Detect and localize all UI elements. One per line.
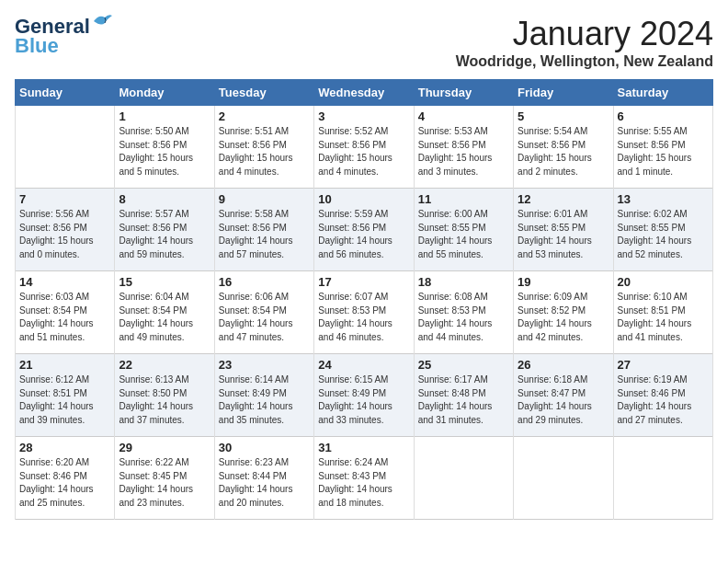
day-number: 4 bbox=[418, 109, 509, 123]
day-number: 7 bbox=[19, 192, 110, 206]
day-number: 31 bbox=[318, 441, 409, 454]
calendar-cell: 22Sunrise: 6:13 AMSunset: 8:50 PMDayligh… bbox=[115, 354, 214, 437]
header-saturday: Saturday bbox=[613, 80, 712, 106]
day-info: Sunrise: 5:50 AMSunset: 8:56 PMDaylight:… bbox=[119, 125, 210, 178]
calendar-cell: 18Sunrise: 6:08 AMSunset: 8:53 PMDayligh… bbox=[414, 271, 513, 354]
day-info: Sunrise: 6:14 AMSunset: 8:49 PMDaylight:… bbox=[219, 373, 310, 427]
calendar-cell bbox=[613, 437, 712, 520]
day-info: Sunrise: 5:54 AMSunset: 8:56 PMDaylight:… bbox=[518, 125, 609, 178]
day-info: Sunrise: 5:52 AMSunset: 8:56 PMDaylight:… bbox=[318, 125, 409, 178]
calendar-cell bbox=[16, 106, 115, 189]
calendar-cell bbox=[514, 437, 613, 520]
day-number: 14 bbox=[19, 275, 110, 289]
header-monday: Monday bbox=[115, 80, 214, 106]
calendar-cell: 13Sunrise: 6:02 AMSunset: 8:55 PMDayligh… bbox=[613, 189, 712, 271]
calendar-cell: 11Sunrise: 6:00 AMSunset: 8:55 PMDayligh… bbox=[414, 189, 513, 271]
day-info: Sunrise: 6:22 AMSunset: 8:45 PMDaylight:… bbox=[119, 456, 210, 510]
calendar-cell: 14Sunrise: 6:03 AMSunset: 8:54 PMDayligh… bbox=[16, 271, 115, 354]
day-number: 6 bbox=[618, 109, 709, 123]
calendar-cell: 15Sunrise: 6:04 AMSunset: 8:54 PMDayligh… bbox=[115, 271, 214, 354]
calendar-cell: 16Sunrise: 6:06 AMSunset: 8:54 PMDayligh… bbox=[214, 271, 313, 354]
header-friday: Friday bbox=[514, 80, 613, 106]
day-number: 29 bbox=[119, 441, 210, 454]
day-info: Sunrise: 5:57 AMSunset: 8:56 PMDaylight:… bbox=[119, 208, 210, 261]
logo: General Blue bbox=[15, 15, 112, 58]
calendar-cell: 24Sunrise: 6:15 AMSunset: 8:49 PMDayligh… bbox=[314, 354, 414, 437]
day-number: 28 bbox=[19, 441, 110, 454]
calendar-week-row: 28Sunrise: 6:20 AMSunset: 8:46 PMDayligh… bbox=[16, 437, 713, 520]
day-info: Sunrise: 6:02 AMSunset: 8:55 PMDaylight:… bbox=[618, 208, 709, 261]
day-info: Sunrise: 6:00 AMSunset: 8:55 PMDaylight:… bbox=[418, 208, 509, 261]
day-number: 2 bbox=[219, 109, 310, 123]
calendar-table: SundayMondayTuesdayWednesdayThursdayFrid… bbox=[15, 79, 713, 520]
day-number: 11 bbox=[418, 192, 509, 206]
header-sunday: Sunday bbox=[16, 80, 115, 106]
calendar-cell: 29Sunrise: 6:22 AMSunset: 8:45 PMDayligh… bbox=[115, 437, 214, 520]
day-info: Sunrise: 6:07 AMSunset: 8:53 PMDaylight:… bbox=[318, 291, 409, 344]
calendar-cell: 28Sunrise: 6:20 AMSunset: 8:46 PMDayligh… bbox=[16, 437, 115, 520]
calendar-cell: 31Sunrise: 6:24 AMSunset: 8:43 PMDayligh… bbox=[314, 437, 414, 520]
day-info: Sunrise: 6:23 AMSunset: 8:44 PMDaylight:… bbox=[219, 456, 310, 510]
day-info: Sunrise: 6:08 AMSunset: 8:53 PMDaylight:… bbox=[418, 291, 509, 344]
day-info: Sunrise: 6:15 AMSunset: 8:49 PMDaylight:… bbox=[318, 373, 409, 427]
calendar-week-row: 7Sunrise: 5:56 AMSunset: 8:56 PMDaylight… bbox=[16, 189, 713, 271]
calendar-cell: 27Sunrise: 6:19 AMSunset: 8:46 PMDayligh… bbox=[613, 354, 712, 437]
day-number: 30 bbox=[219, 441, 310, 454]
day-info: Sunrise: 6:04 AMSunset: 8:54 PMDaylight:… bbox=[119, 291, 210, 344]
calendar-cell: 6Sunrise: 5:55 AMSunset: 8:56 PMDaylight… bbox=[613, 106, 712, 189]
calendar-cell: 9Sunrise: 5:58 AMSunset: 8:56 PMDaylight… bbox=[214, 189, 313, 271]
calendar-cell: 20Sunrise: 6:10 AMSunset: 8:51 PMDayligh… bbox=[613, 271, 712, 354]
day-info: Sunrise: 5:58 AMSunset: 8:56 PMDaylight:… bbox=[219, 208, 310, 261]
calendar-cell: 4Sunrise: 5:53 AMSunset: 8:56 PMDaylight… bbox=[414, 106, 513, 189]
day-info: Sunrise: 5:53 AMSunset: 8:56 PMDaylight:… bbox=[418, 125, 509, 178]
logo-blue: Blue bbox=[15, 34, 59, 58]
calendar-cell: 3Sunrise: 5:52 AMSunset: 8:56 PMDaylight… bbox=[314, 106, 414, 189]
day-number: 18 bbox=[418, 275, 509, 289]
day-number: 15 bbox=[119, 275, 210, 289]
calendar-week-row: 1Sunrise: 5:50 AMSunset: 8:56 PMDaylight… bbox=[16, 106, 713, 189]
day-number: 23 bbox=[219, 358, 310, 372]
day-info: Sunrise: 6:18 AMSunset: 8:47 PMDaylight:… bbox=[518, 373, 609, 427]
day-number: 8 bbox=[119, 192, 210, 206]
calendar-cell: 23Sunrise: 6:14 AMSunset: 8:49 PMDayligh… bbox=[214, 354, 313, 437]
calendar-cell: 7Sunrise: 5:56 AMSunset: 8:56 PMDaylight… bbox=[16, 189, 115, 271]
calendar-cell bbox=[414, 437, 513, 520]
day-info: Sunrise: 6:20 AMSunset: 8:46 PMDaylight:… bbox=[19, 456, 110, 510]
header-wednesday: Wednesday bbox=[314, 80, 414, 106]
day-info: Sunrise: 6:13 AMSunset: 8:50 PMDaylight:… bbox=[119, 373, 210, 427]
day-number: 21 bbox=[19, 358, 110, 372]
calendar-week-row: 21Sunrise: 6:12 AMSunset: 8:51 PMDayligh… bbox=[16, 354, 713, 437]
day-info: Sunrise: 6:19 AMSunset: 8:46 PMDaylight:… bbox=[618, 373, 709, 427]
day-info: Sunrise: 5:56 AMSunset: 8:56 PMDaylight:… bbox=[19, 208, 110, 261]
day-info: Sunrise: 5:51 AMSunset: 8:56 PMDaylight:… bbox=[219, 125, 310, 178]
day-info: Sunrise: 6:03 AMSunset: 8:54 PMDaylight:… bbox=[19, 291, 110, 344]
day-number: 19 bbox=[518, 275, 609, 289]
calendar-cell: 19Sunrise: 6:09 AMSunset: 8:52 PMDayligh… bbox=[514, 271, 613, 354]
calendar-week-row: 14Sunrise: 6:03 AMSunset: 8:54 PMDayligh… bbox=[16, 271, 713, 354]
day-number: 17 bbox=[318, 275, 409, 289]
calendar-cell: 30Sunrise: 6:23 AMSunset: 8:44 PMDayligh… bbox=[214, 437, 313, 520]
day-number: 24 bbox=[318, 358, 409, 372]
day-info: Sunrise: 5:55 AMSunset: 8:56 PMDaylight:… bbox=[618, 125, 709, 178]
day-number: 22 bbox=[119, 358, 210, 372]
logo-bird-icon bbox=[92, 12, 112, 30]
day-number: 25 bbox=[418, 358, 509, 372]
calendar-cell: 1Sunrise: 5:50 AMSunset: 8:56 PMDaylight… bbox=[115, 106, 214, 189]
day-info: Sunrise: 6:10 AMSunset: 8:51 PMDaylight:… bbox=[618, 291, 709, 344]
day-number: 9 bbox=[219, 192, 310, 206]
header-thursday: Thursday bbox=[414, 80, 513, 106]
calendar-cell: 26Sunrise: 6:18 AMSunset: 8:47 PMDayligh… bbox=[514, 354, 613, 437]
location: Woodridge, Wellington, New Zealand bbox=[456, 53, 713, 70]
header-tuesday: Tuesday bbox=[214, 80, 313, 106]
day-number: 12 bbox=[518, 192, 609, 206]
title-area: January 2024 Woodridge, Wellington, New … bbox=[456, 15, 713, 70]
page-header: General Blue January 2024 Woodridge, Wel… bbox=[15, 15, 713, 70]
day-info: Sunrise: 6:24 AMSunset: 8:43 PMDaylight:… bbox=[318, 456, 409, 510]
calendar-cell: 2Sunrise: 5:51 AMSunset: 8:56 PMDaylight… bbox=[214, 106, 313, 189]
calendar-cell: 21Sunrise: 6:12 AMSunset: 8:51 PMDayligh… bbox=[16, 354, 115, 437]
day-number: 13 bbox=[618, 192, 709, 206]
day-number: 10 bbox=[318, 192, 409, 206]
day-info: Sunrise: 6:01 AMSunset: 8:55 PMDaylight:… bbox=[518, 208, 609, 261]
day-number: 20 bbox=[618, 275, 709, 289]
day-number: 26 bbox=[518, 358, 609, 372]
